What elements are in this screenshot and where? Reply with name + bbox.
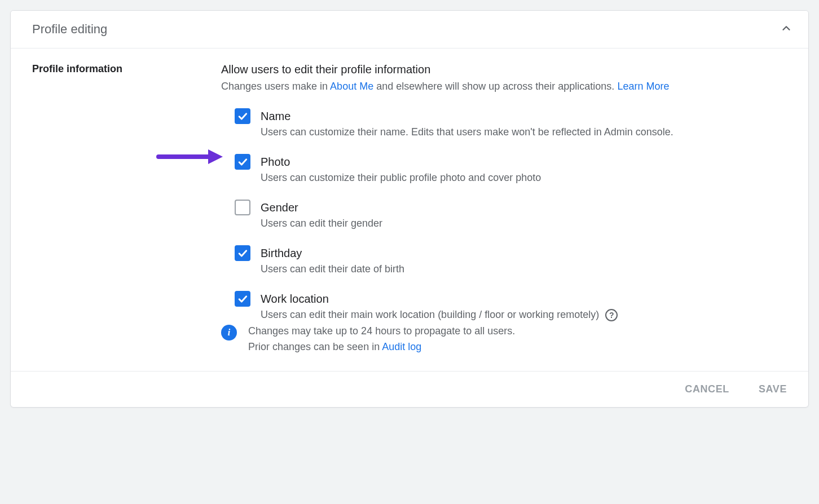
section-subtext: Changes users make in About Me and elsew… bbox=[221, 81, 792, 92]
save-button[interactable]: SAVE bbox=[755, 383, 790, 396]
option-label: Name bbox=[261, 108, 792, 124]
info-icon: i bbox=[221, 325, 237, 341]
card-header[interactable]: Profile editing bbox=[11, 11, 808, 48]
checkbox-gender[interactable] bbox=[235, 200, 250, 215]
option-text: PhotoUsers can customize their public pr… bbox=[261, 154, 792, 184]
option-desc: Users can edit their gender bbox=[261, 218, 792, 229]
option-text: NameUsers can customize their name. Edit… bbox=[261, 108, 792, 138]
subtext-mid: and elsewhere will show up across their … bbox=[373, 81, 617, 92]
info-line2-pre: Prior changes can be seen in bbox=[248, 341, 382, 352]
help-icon[interactable]: ? bbox=[605, 309, 618, 321]
option-desc: Users can customize their public profile… bbox=[261, 172, 792, 184]
option-row: PhotoUsers can customize their public pr… bbox=[221, 154, 792, 184]
option-text: GenderUsers can edit their gender bbox=[261, 200, 792, 229]
info-box: i Changes may take up to 24 hours to pro… bbox=[221, 324, 792, 355]
option-desc: Users can customize their name. Edits th… bbox=[261, 126, 792, 138]
checkbox-work-location[interactable] bbox=[235, 291, 250, 307]
checkbox-photo[interactable] bbox=[235, 154, 250, 170]
chevron-up-icon[interactable] bbox=[780, 22, 792, 37]
card-title: Profile editing bbox=[32, 22, 107, 37]
info-line2: Prior changes can be seen in Audit log bbox=[248, 339, 515, 355]
option-label: Work location bbox=[261, 291, 792, 307]
info-line1: Changes may take up to 24 hours to propa… bbox=[248, 324, 515, 339]
learn-more-link[interactable]: Learn More bbox=[617, 81, 669, 92]
checkbox-name[interactable] bbox=[235, 108, 250, 124]
option-row: Work locationUsers can edit their main w… bbox=[221, 291, 792, 321]
option-label: Gender bbox=[261, 200, 792, 215]
option-desc: Users can edit their date of birth bbox=[261, 263, 792, 275]
about-me-link[interactable]: About Me bbox=[330, 81, 373, 92]
section-label: Profile information bbox=[32, 63, 221, 355]
audit-log-link[interactable]: Audit log bbox=[382, 341, 421, 352]
profile-editing-card: Profile editing Profile information Allo… bbox=[10, 10, 809, 408]
option-label: Birthday bbox=[261, 245, 792, 261]
subtext-pre: Changes users make in bbox=[221, 81, 330, 92]
option-row: BirthdayUsers can edit their date of bir… bbox=[221, 245, 792, 275]
checkbox-birthday[interactable] bbox=[235, 245, 250, 261]
cancel-button[interactable]: CANCEL bbox=[681, 383, 733, 396]
option-text: BirthdayUsers can edit their date of bir… bbox=[261, 245, 792, 275]
option-text: Work locationUsers can edit their main w… bbox=[261, 291, 792, 321]
section-heading: Allow users to edit their profile inform… bbox=[221, 63, 792, 76]
card-footer: CANCEL SAVE bbox=[11, 371, 808, 407]
arrow-annotation bbox=[156, 147, 224, 166]
option-row: NameUsers can customize their name. Edit… bbox=[221, 108, 792, 138]
option-desc: Users can edit their main work location … bbox=[261, 309, 792, 321]
option-row: GenderUsers can edit their gender bbox=[221, 200, 792, 229]
svg-marker-1 bbox=[208, 149, 223, 164]
option-label: Photo bbox=[261, 154, 792, 170]
